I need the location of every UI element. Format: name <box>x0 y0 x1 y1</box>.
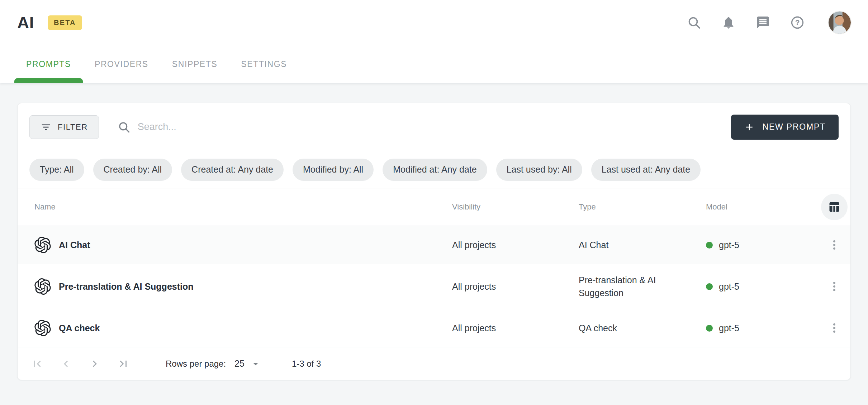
filter-chip-label: Modified by: All <box>303 164 363 175</box>
table-header: Name Visibility Type Model <box>18 188 850 226</box>
tab-label: SETTINGS <box>241 59 287 69</box>
row-menu-button[interactable] <box>825 277 844 296</box>
model-status-dot <box>706 283 713 290</box>
filter-chip-label: Created by: All <box>104 164 162 175</box>
rows-per-page-label: Rows per page: <box>166 359 226 369</box>
table-row[interactable]: QA check All projects QA check gpt-5 <box>18 309 850 347</box>
svg-text:?: ? <box>795 18 800 26</box>
kebab-menu-icon <box>828 280 840 293</box>
messages-button[interactable] <box>755 14 771 31</box>
previous-page-button[interactable] <box>58 356 74 372</box>
row-menu-button[interactable] <box>825 318 844 338</box>
table-columns-icon <box>828 201 841 213</box>
column-header-visibility[interactable]: Visibility <box>452 202 579 212</box>
type-value: QA check <box>579 322 706 334</box>
column-settings-button[interactable] <box>821 194 848 220</box>
table-row[interactable]: AI Chat All projects AI Chat gpt-5 <box>18 226 850 264</box>
filter-button-label: FILTER <box>58 122 88 132</box>
model-cell: gpt-5 <box>706 323 818 333</box>
new-prompt-button[interactable]: NEW PROMPT <box>731 115 839 140</box>
filter-chip[interactable]: Last used at: Any date <box>591 159 701 181</box>
filter-icon <box>41 122 51 132</box>
first-page-icon <box>31 357 44 370</box>
pagination-bar: Rows per page: 25 1-3 of 3 <box>18 347 850 380</box>
openai-logo-icon <box>34 278 51 295</box>
last-page-icon <box>117 357 130 370</box>
column-header-name[interactable]: Name <box>34 202 452 212</box>
app-header: AI BETA ? <box>0 0 868 83</box>
filter-button[interactable]: FILTER <box>29 115 99 139</box>
row-menu-button[interactable] <box>825 235 844 255</box>
model-name: gpt-5 <box>719 323 739 333</box>
chevron-left-icon <box>60 357 72 370</box>
notifications-button[interactable] <box>720 14 737 31</box>
prompt-name-cell: QA check <box>34 320 452 336</box>
beta-badge: BETA <box>48 15 82 30</box>
kebab-menu-icon <box>828 322 840 334</box>
model-name: gpt-5 <box>719 281 739 292</box>
last-page-button[interactable] <box>115 356 131 372</box>
filter-chip-label: Last used by: All <box>507 164 572 175</box>
filter-chip-label: Created at: Any date <box>191 164 273 175</box>
pagination-range: 1-3 of 3 <box>292 359 321 369</box>
search-icon <box>687 15 701 30</box>
model-cell: gpt-5 <box>706 281 818 292</box>
prompt-name-cell: Pre-translation & AI Suggestion <box>34 278 452 295</box>
next-page-button[interactable] <box>87 356 103 372</box>
prompt-name: Pre-translation & AI Suggestion <box>59 281 194 292</box>
tabs: PROMPTSPROVIDERSSNIPPETSSETTINGS <box>0 45 868 83</box>
prompts-card: FILTER NEW PROMPT Type: AllCreated by: A… <box>17 103 851 380</box>
visibility-value: All projects <box>452 240 579 250</box>
plus-icon <box>744 122 755 132</box>
column-header-model[interactable]: Model <box>706 202 818 212</box>
rows-per-page-select[interactable]: 25 <box>234 358 262 370</box>
filter-chip[interactable]: Modified by: All <box>293 159 374 181</box>
column-header-type[interactable]: Type <box>579 202 706 212</box>
type-value: Pre-translation & AI Suggestion <box>579 274 706 299</box>
header-actions: ? <box>686 11 851 34</box>
first-page-button[interactable] <box>29 356 45 372</box>
tab-label: PROVIDERS <box>95 59 148 69</box>
app-logo: AI <box>17 13 34 32</box>
filter-chip-label: Modified at: Any date <box>393 164 476 175</box>
dropdown-arrow-icon <box>250 358 262 370</box>
filter-chip[interactable]: Last used by: All <box>496 159 582 181</box>
model-status-dot <box>706 325 713 332</box>
prompt-name: QA check <box>59 323 100 333</box>
topbar: AI BETA ? <box>0 0 868 45</box>
tab-prompts[interactable]: PROMPTS <box>14 45 83 83</box>
filter-chip[interactable]: Created at: Any date <box>181 159 284 181</box>
tab-providers[interactable]: PROVIDERS <box>83 45 160 83</box>
model-status-dot <box>706 242 713 249</box>
filter-chip[interactable]: Type: All <box>29 159 84 181</box>
visibility-value: All projects <box>452 323 579 333</box>
prompt-name: AI Chat <box>59 240 90 250</box>
table-body: AI Chat All projects AI Chat gpt-5 Pre-t… <box>18 226 850 347</box>
openai-logo-icon <box>34 320 51 336</box>
avatar-photo-icon <box>829 11 851 34</box>
bell-icon <box>721 15 736 30</box>
filter-chip-label: Last used at: Any date <box>602 164 690 175</box>
tab-settings[interactable]: SETTINGS <box>229 45 299 83</box>
search-input[interactable] <box>138 121 460 132</box>
tab-label: PROMPTS <box>26 59 71 69</box>
openai-logo-icon <box>34 237 51 253</box>
table-row[interactable]: Pre-translation & AI Suggestion All proj… <box>18 264 850 309</box>
visibility-value: All projects <box>452 281 579 292</box>
user-avatar[interactable] <box>829 11 851 34</box>
type-value: AI Chat <box>579 238 706 251</box>
search-box <box>118 121 731 134</box>
chevron-right-icon <box>88 357 101 370</box>
search-button[interactable] <box>686 14 702 31</box>
filter-chip-label: Type: All <box>40 164 74 175</box>
chat-icon <box>756 15 770 30</box>
model-name: gpt-5 <box>719 240 739 250</box>
filter-chip[interactable]: Created by: All <box>93 159 172 181</box>
model-cell: gpt-5 <box>706 240 818 250</box>
help-icon: ? <box>790 15 805 30</box>
tab-snippets[interactable]: SNIPPETS <box>160 45 229 83</box>
toolbar: FILTER NEW PROMPT <box>18 103 850 151</box>
filter-chip[interactable]: Modified at: Any date <box>383 159 487 181</box>
kebab-menu-icon <box>828 239 840 251</box>
help-button[interactable]: ? <box>789 14 806 31</box>
